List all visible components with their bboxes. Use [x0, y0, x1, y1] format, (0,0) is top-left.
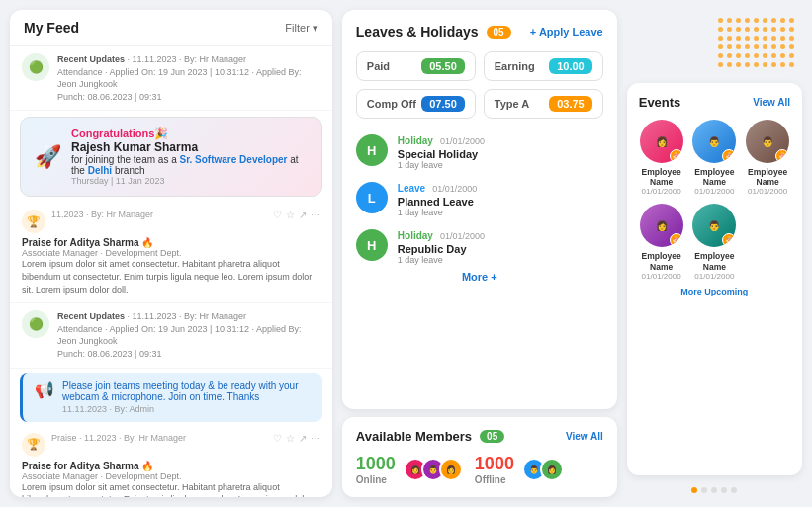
holiday-avatar-3: H	[356, 229, 388, 261]
event-avatar-4: 👩 🎂	[640, 204, 683, 247]
paid-value: 05.50	[421, 58, 465, 74]
congrats-text: Congratulations🎉 Rajesh Kumar Sharma for…	[71, 127, 308, 186]
members-badge: 05	[480, 430, 504, 443]
congrats-name: Rajesh Kumar Sharma	[71, 140, 308, 154]
holiday-avatar-1: H	[356, 134, 388, 166]
dot-grid-decoration	[710, 10, 802, 75]
earning-value: 10.00	[549, 58, 592, 74]
online-label: Online	[356, 474, 396, 485]
offline-count: 1000	[475, 454, 514, 474]
event-person-2: 👨 🎂 Employee Name 01/01/2000	[691, 120, 737, 196]
event-avatar-5: 👨 🎂	[692, 204, 736, 247]
feed-meta-1: Recent Updates · 11.11.2023 · By: Hr Man…	[57, 53, 320, 103]
events-title: Events	[639, 95, 681, 110]
members-stats: 1000 Online 👩 👨 👩 1000 Offline 👨 👩	[356, 454, 603, 485]
feed-meta-3: Recent Updates · 11.11.2023 · By: Hr Man…	[57, 310, 320, 360]
announcement-card: 📢 Please join teams meeting today & be r…	[20, 373, 322, 422]
praise-content-2: Lorem ipsum dolor sit amet consectetur. …	[22, 481, 320, 497]
praise-name: Praise for Aditya Sharma 🔥	[22, 237, 320, 248]
offline-stat: 1000 Offline 👨 👩	[475, 454, 564, 485]
congrats-card: 🚀 Congratulations🎉 Rajesh Kumar Sharma f…	[20, 117, 322, 197]
praise-content: Lorem ipsum dolor sit amet consectetur. …	[22, 258, 320, 296]
type-a-value: 03.75	[549, 96, 592, 112]
members-card: Available Members 05 View All 1000 Onlin…	[342, 417, 617, 497]
events-grid: 👩 🎂 Employee Name 01/01/2000 👨 🎂 Employe…	[639, 120, 790, 281]
filter-button[interactable]: Filter ▾	[285, 22, 317, 35]
events-view-all-button[interactable]: View All	[753, 97, 790, 108]
feed-item-attendance-2: 🟢 Recent Updates · 11.11.2023 · By: Hr M…	[10, 303, 332, 368]
leave-stats: Paid 05.50 Earning 10.00 Comp Off 07.50 …	[356, 51, 603, 119]
dot[interactable]	[721, 487, 727, 493]
pagination-dots	[627, 483, 802, 497]
stat-paid: Paid 05.50	[356, 51, 476, 81]
holiday-avatar-2: L	[356, 182, 388, 213]
holiday-list: H Holiday 01/01/2000 Special Holiday 1 d…	[356, 130, 603, 265]
praise-tags: Associate Manager · Development Dept.	[22, 248, 320, 258]
praise-icon-2: 🏆	[22, 433, 45, 457]
leaves-title: Leaves & Holidays	[356, 24, 479, 40]
feed-item-attendance-1: 🟢 Recent Updates · 11.11.2023 · By: Hr M…	[10, 46, 332, 111]
leaves-header: Leaves & Holidays 05 + Apply Leave	[356, 24, 603, 40]
middle-panel: Leaves & Holidays 05 + Apply Leave Paid …	[342, 10, 617, 497]
attendance-icon: 🟢	[22, 53, 49, 81]
event-avatar-3: 👨 🎂	[746, 120, 789, 163]
feed-panel: My Feed Filter ▾ 🟢 Recent Updates · 11.1…	[10, 10, 332, 497]
stat-type-a: Type A 03.75	[484, 89, 603, 119]
offline-label: Offline	[475, 474, 514, 485]
praise-tags-2: Associate Manager · Development Dept.	[22, 471, 320, 481]
stat-comp-off: Comp Off 07.50	[356, 89, 476, 119]
list-item: H Holiday 01/01/2000 Republic Day 1 day …	[356, 225, 603, 265]
event-person-1: 👩 🎂 Employee Name 01/01/2000	[639, 120, 684, 196]
right-panel: Events View All 👩 🎂 Employee Name 01/01/…	[627, 10, 802, 497]
online-stat: 1000 Online 👩 👨 👩	[356, 454, 463, 485]
feed-item-praise-2: 🏆 Praise · 11.2023 · By: Hr Manager ♡ ☆ …	[10, 426, 332, 497]
announcement-icon: 📢	[35, 380, 54, 399]
avatar: 👩	[540, 458, 564, 481]
feed-items: 🟢 Recent Updates · 11.11.2023 · By: Hr M…	[10, 46, 332, 497]
congrats-title: Congratulations🎉	[71, 127, 308, 140]
members-view-all-button[interactable]: View All	[566, 431, 603, 442]
rocket-icon: 🚀	[35, 144, 61, 170]
event-avatar-1: 👩 🎂	[640, 120, 683, 163]
stat-earning: Earning 10.00	[484, 51, 603, 81]
dot[interactable]	[711, 487, 717, 493]
feed-title: My Feed	[24, 20, 79, 36]
dot[interactable]	[701, 487, 707, 493]
feed-item-praise-1: 🏆 11.2023 · By: Hr Manager ♡ ☆ ↗ ⋯ Prais…	[10, 203, 332, 303]
event-person-3: 👨 🎂 Employee Name 01/01/2000	[745, 120, 790, 196]
praise-name-2: Praise for Aditya Sharma 🔥	[22, 461, 320, 471]
members-title: Available Members	[356, 429, 472, 444]
avatar: 👩	[439, 458, 463, 481]
comp-off-value: 07.50	[421, 96, 465, 112]
event-person-4: 👩 🎂 Employee Name 01/01/2000	[639, 204, 684, 280]
online-avatars: 👩 👨 👩	[404, 458, 463, 481]
apply-leave-button[interactable]: + Apply Leave	[530, 26, 603, 38]
more-button[interactable]: More +	[356, 265, 603, 289]
leaves-card: Leaves & Holidays 05 + Apply Leave Paid …	[342, 10, 617, 409]
event-avatar-2: 👨 🎂	[692, 120, 736, 163]
feed-header: My Feed Filter ▾	[10, 10, 332, 46]
more-upcoming-button[interactable]: More Upcoming	[639, 281, 790, 302]
dot[interactable]	[731, 487, 737, 493]
online-count: 1000	[356, 454, 396, 474]
dot-active[interactable]	[691, 487, 697, 493]
offline-avatars: 👨 👩	[522, 458, 564, 481]
congrats-date: Thursday | 11 Jan 2023	[71, 176, 308, 186]
list-item: H Holiday 01/01/2000 Special Holiday 1 d…	[356, 130, 603, 170]
events-card: Events View All 👩 🎂 Employee Name 01/01/…	[627, 83, 802, 475]
event-person-5: 👨 🎂 Employee Name 01/01/2000	[691, 204, 737, 280]
list-item: L Leave 01/01/2000 Planned Leave 1 day l…	[356, 178, 603, 217]
leaves-badge: 05	[487, 26, 511, 39]
attendance-icon-2: 🟢	[22, 310, 49, 338]
praise-icon: 🏆	[22, 210, 45, 233]
